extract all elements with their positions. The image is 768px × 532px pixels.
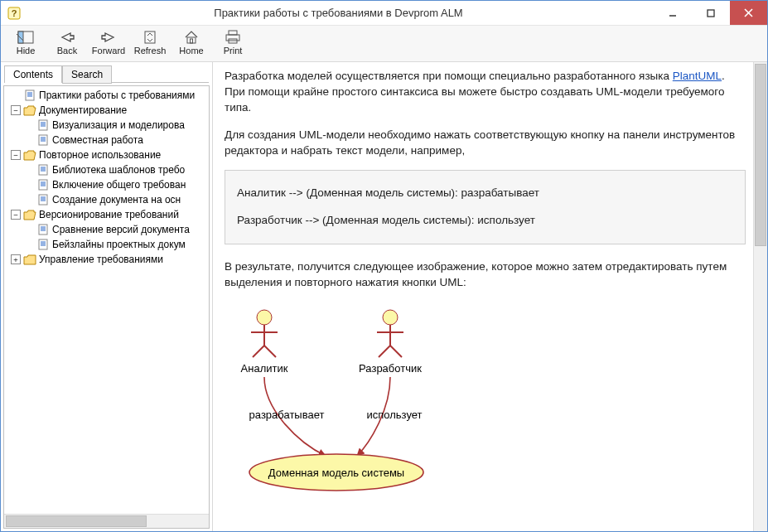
code-line: Аналитик --> (Доменная модель системы): …: [237, 186, 733, 201]
back-arrow-icon: [58, 29, 76, 46]
folder-closed-icon: [23, 254, 36, 265]
svg-text:?: ?: [12, 8, 17, 18]
usecase-label: Доменная модель системы: [268, 467, 404, 479]
hide-icon: [17, 29, 35, 46]
relation-label: разрабатывает: [249, 409, 325, 421]
svg-rect-43: [39, 239, 47, 249]
scrollbar-thumb[interactable]: [755, 64, 766, 246]
tree-item-label: Повторное использование: [39, 149, 161, 161]
back-button[interactable]: Back: [49, 27, 85, 57]
tree-item[interactable]: Бейзлайны проектных докум: [6, 237, 209, 252]
svg-rect-31: [39, 180, 47, 190]
refresh-button[interactable]: Refresh: [132, 27, 168, 57]
svg-line-56: [390, 346, 402, 357]
tree-item-label: Создание документа на осн: [52, 194, 181, 206]
page-icon: [36, 179, 50, 191]
tree-item-label: Включение общего требован: [52, 179, 186, 191]
tree-item[interactable]: Включение общего требован: [6, 177, 209, 192]
actor-analyst-icon: [251, 310, 278, 357]
tree-item[interactable]: Создание документа на осн: [6, 192, 209, 207]
help-window: ? Практики работы с требованиями в Devpr…: [0, 0, 768, 532]
tree-item-label: Практики работы с требованиями: [39, 89, 195, 101]
tree-item[interactable]: Совместная работа: [6, 133, 209, 148]
spacer-icon: [24, 135, 34, 145]
svg-rect-13: [226, 35, 239, 41]
page-icon: [36, 119, 50, 131]
close-button[interactable]: [729, 1, 767, 25]
svg-point-47: [257, 310, 272, 325]
tree-folder-doc[interactable]: − Документирование: [6, 103, 209, 118]
tree-folder-reuse[interactable]: − Повторное использование: [6, 148, 209, 162]
client-area: Contents Search Практики работы с требов…: [1, 62, 767, 531]
minimize-button[interactable]: [653, 1, 691, 25]
help-article: Разработка моделей осуществляется при по…: [213, 62, 767, 515]
content-vertical-scrollbar[interactable]: [753, 62, 767, 531]
code-line: Разработчик --> (Доменная модель системы…: [237, 213, 733, 229]
svg-line-55: [379, 346, 390, 357]
tree-folder-version[interactable]: − Версионирование требований: [6, 207, 209, 222]
tab-contents[interactable]: Contents: [4, 65, 62, 83]
actor-label: Разработчик: [359, 362, 422, 375]
svg-rect-3: [708, 10, 714, 17]
paragraph: В результате, получится следующее изобра…: [225, 259, 746, 291]
page-icon: [23, 89, 36, 101]
svg-rect-11: [191, 39, 193, 43]
tree-item[interactable]: Библиотека шаблонов требо: [6, 162, 209, 177]
svg-rect-15: [26, 90, 34, 100]
paragraph: Разработка моделей осуществляется при по…: [225, 69, 746, 116]
tree-item[interactable]: Визуализация и моделирова: [6, 118, 209, 133]
collapse-icon[interactable]: −: [11, 150, 21, 160]
help-app-icon: ?: [4, 7, 24, 20]
collapse-icon[interactable]: −: [11, 210, 21, 220]
home-icon: [182, 29, 200, 46]
relation-label: использует: [366, 409, 422, 421]
print-button[interactable]: Print: [215, 27, 251, 57]
tree-item-label: Сравнение версий документа: [52, 224, 190, 235]
toolbar: Hide Back Forward Refresh: [1, 26, 767, 62]
folder-open-icon: [23, 209, 36, 220]
tree-folder-manage[interactable]: + Управление требованиями: [6, 252, 209, 267]
sidebar: Contents Search Практики работы с требов…: [1, 62, 213, 531]
tree-item-label: Бейзлайны проектных докум: [52, 239, 186, 250]
home-button[interactable]: Home: [173, 27, 210, 57]
uml-diagram: Аналитик Разработчик: [225, 302, 746, 498]
svg-rect-12: [229, 31, 237, 35]
window-buttons: [653, 1, 767, 25]
tree-item[interactable]: Сравнение версий документа: [6, 222, 209, 237]
expand-icon[interactable]: +: [11, 254, 21, 264]
plantuml-link[interactable]: PlantUML: [673, 70, 722, 82]
tab-search[interactable]: Search: [62, 65, 112, 84]
maximize-button[interactable]: [691, 1, 729, 25]
tree-item-label: Управление требованиями: [39, 254, 163, 265]
sidebar-horizontal-scrollbar[interactable]: [4, 514, 209, 528]
toc-tree: Практики работы с требованиями − Докумен…: [4, 86, 209, 268]
spacer-icon: [24, 120, 34, 130]
page-icon: [36, 194, 50, 206]
svg-point-52: [383, 310, 398, 325]
paragraph: Для создания UML-модели необходимо нажат…: [225, 128, 746, 159]
forward-arrow-icon: [99, 29, 118, 46]
collapse-icon[interactable]: −: [11, 105, 21, 115]
svg-line-50: [253, 346, 264, 357]
folder-open-icon: [23, 104, 36, 116]
forward-button[interactable]: Forward: [90, 27, 127, 57]
svg-rect-7: [18, 31, 23, 43]
tree-item-label: Визуализация и моделирова: [52, 119, 185, 131]
tree-item-label: Версионирование требований: [39, 209, 179, 220]
tree-item-label: Документирование: [39, 104, 127, 116]
print-icon: [224, 29, 242, 46]
content-pane[interactable]: Разработка моделей осуществляется при по…: [213, 62, 767, 531]
page-icon: [36, 239, 50, 250]
titlebar: ? Практики работы с требованиями в Devpr…: [1, 1, 767, 26]
tree-scroll-area[interactable]: Практики работы с требованиями − Докумен…: [3, 85, 210, 529]
svg-rect-10: [187, 37, 196, 43]
page-icon: [36, 224, 50, 235]
scrollbar-thumb[interactable]: [6, 515, 147, 527]
svg-line-51: [264, 346, 276, 357]
tree-root[interactable]: Практики работы с требованиями: [6, 88, 209, 103]
svg-rect-23: [39, 135, 47, 145]
tree-item-label: Совместная работа: [52, 134, 143, 146]
svg-rect-39: [39, 225, 47, 235]
hide-button[interactable]: Hide: [7, 27, 44, 57]
tree-item-label: Библиотека шаблонов требо: [52, 164, 185, 176]
